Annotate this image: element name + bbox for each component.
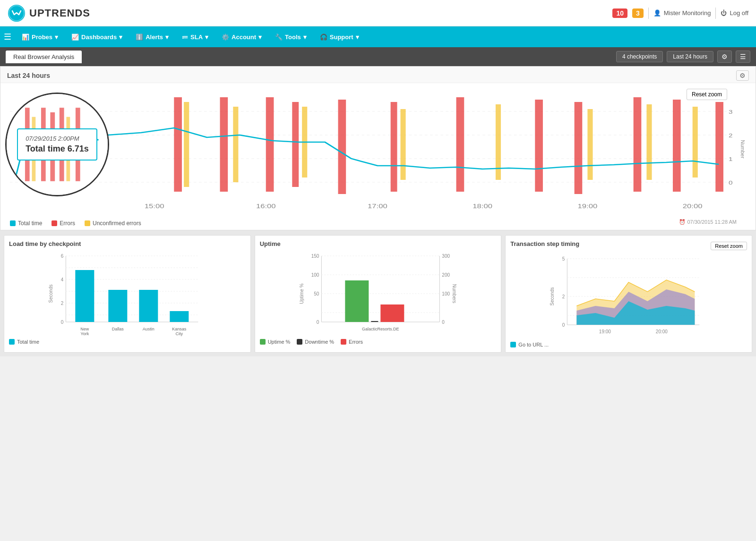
svg-text:1: 1 <box>729 156 733 162</box>
header-user: 👤 Mister Monitoring <box>653 9 711 17</box>
legend-label-errors: Errors <box>60 220 75 227</box>
checkpoints-button[interactable]: 4 checkpoints <box>616 51 663 62</box>
svg-text:200: 200 <box>442 272 450 278</box>
svg-text:5: 5 <box>562 256 565 262</box>
svg-rect-30 <box>646 104 652 180</box>
uptime-legend-errors: Errors <box>341 339 363 345</box>
svg-text:100: 100 <box>311 272 319 278</box>
svg-text:16:00: 16:00 <box>256 203 276 209</box>
svg-rect-29 <box>634 97 642 192</box>
svg-text:20:00: 20:00 <box>683 203 703 209</box>
account-chevron-icon: ▾ <box>258 34 262 41</box>
svg-rect-33 <box>715 102 723 192</box>
page-toolbar: Real Browser Analysis 4 checkpoints Last… <box>0 47 756 66</box>
svg-text:0: 0 <box>316 320 319 325</box>
svg-text:York: York <box>80 331 89 336</box>
main-chart-legend: Total time Errors Unconfirmed errors ⏰ 0… <box>0 215 756 230</box>
nav-label-dashboards: Dashboards <box>81 34 117 41</box>
dashboards-bar-icon: 📈 <box>71 34 79 41</box>
nav-label-support: Support <box>330 34 353 41</box>
svg-text:Uptime %: Uptime % <box>299 283 304 304</box>
menu-button[interactable]: ☰ <box>736 51 750 63</box>
logoff-button[interactable]: ⏻ Log off <box>721 9 748 17</box>
uptime-legend-dot-downtime <box>297 339 302 345</box>
y-axis-label: Number <box>739 140 745 158</box>
timerange-button[interactable]: Last 24 hours <box>667 51 713 62</box>
user-icon: 👤 <box>653 9 661 17</box>
legend-label-unconfirmed: Unconfirmed errors <box>93 220 141 227</box>
user-name: Mister Monitoring <box>664 9 711 17</box>
dashboards-chevron-icon: ▾ <box>119 34 122 41</box>
uptime-legend-dot-errors <box>341 339 346 345</box>
svg-text:New: New <box>80 327 89 331</box>
legend-dot-unconfirmed <box>85 220 90 226</box>
nav-label-account: Account <box>232 34 256 41</box>
tooltip-value: Total time 6.71s <box>26 144 89 154</box>
tooltip-number: 6.71s <box>68 144 89 153</box>
alerts-bell-icon: ℹ️ <box>136 34 143 41</box>
tools-wrench-icon: 🔧 <box>275 34 283 41</box>
nav-item-dashboards[interactable]: 📈 Dashboards ▾ <box>65 26 129 47</box>
svg-rect-62 <box>139 290 158 322</box>
svg-text:19:00: 19:00 <box>599 329 611 334</box>
main-chart-area: Reset zoom Number 07/29/2015 2:00PM Tota… <box>0 83 756 215</box>
svg-rect-32 <box>693 107 698 178</box>
main-chart-container: Last 24 hours ⚙ Reset zoom Number 07/29/… <box>0 66 756 230</box>
svg-text:2: 2 <box>61 301 64 306</box>
toolbar-tabs: Real Browser Analysis <box>6 51 82 63</box>
nav-item-probes[interactable]: 📊 Probes ▾ <box>15 26 65 47</box>
transaction-chart-svg: 5 2 0 Seconds 19:00 20:00 <box>510 254 747 339</box>
svg-rect-84 <box>345 280 369 322</box>
transaction-reset-zoom-button[interactable]: Reset zoom <box>711 242 747 250</box>
logo: UPTRENDS <box>8 4 90 22</box>
main-chart-header: Last 24 hours ⚙ <box>0 67 756 83</box>
svg-text:20:00: 20:00 <box>656 329 668 334</box>
main-chart-title: Last 24 hours <box>7 72 50 79</box>
svg-text:0: 0 <box>562 322 565 328</box>
nav-item-sla[interactable]: ≔ SLA ▾ <box>175 26 215 47</box>
svg-rect-17 <box>233 107 238 182</box>
badge-red[interactable]: 10 <box>612 8 627 18</box>
svg-rect-14 <box>174 97 182 192</box>
legend-unconfirmed: Unconfirmed errors <box>85 220 141 227</box>
badge-orange[interactable]: 3 <box>632 8 644 18</box>
svg-text:Seconds: Seconds <box>550 287 555 306</box>
svg-text:150: 150 <box>311 254 319 259</box>
probes-chart-icon: 📊 <box>22 34 29 41</box>
transaction-chart-title: Transaction step timing <box>510 240 579 247</box>
svg-rect-26 <box>535 100 543 192</box>
header-divider <box>648 8 649 19</box>
uptime-chart-title: Uptime <box>260 240 497 247</box>
toolbar-actions: 4 checkpoints Last 24 hours ⚙ ☰ <box>616 51 750 63</box>
nav-item-tools[interactable]: 🔧 Tools ▾ <box>268 26 313 47</box>
uptime-legend-label-errors: Errors <box>349 339 363 345</box>
nav-hamburger-icon[interactable]: ☰ <box>4 32 11 42</box>
nav-item-account[interactable]: ⚙️ Account ▾ <box>215 26 268 47</box>
legend-total-time: Total time <box>10 220 42 227</box>
tooltip-label: Total time <box>26 144 65 153</box>
svg-text:City: City <box>176 331 183 336</box>
uptime-chart: Uptime 0 50 100 150 <box>255 235 502 353</box>
svg-text:Seconds: Seconds <box>48 285 53 303</box>
settings-button[interactable]: ⚙ <box>717 51 732 63</box>
nav-item-alerts[interactable]: ℹ️ Alerts ▾ <box>129 26 175 47</box>
main-chart-svg: 15:00 16:00 17:00 18:00 19:00 20:00 3 2 … <box>10 88 732 211</box>
uptime-chart-area: 0 50 100 150 0 100 200 300 Uptime % Numb… <box>260 251 497 336</box>
probes-chevron-icon: ▾ <box>55 34 58 41</box>
load-chart-area: 6 4 2 0 Seconds New York Dallas <box>9 251 246 336</box>
reset-zoom-button[interactable]: Reset zoom <box>687 89 727 100</box>
legend-dot-errors <box>52 220 57 226</box>
svg-text:6: 6 <box>61 254 64 259</box>
svg-rect-27 <box>575 102 583 194</box>
svg-text:Numbers: Numbers <box>452 284 457 304</box>
svg-text:100: 100 <box>442 291 450 296</box>
main-nav: ☰ 📊 Probes ▾ 📈 Dashboards ▾ ℹ️ Alerts ▾ … <box>0 26 756 47</box>
logoff-icon: ⏻ <box>721 9 727 17</box>
bottom-charts-row: Load time by checkpoint 6 4 2 0 <box>0 231 756 356</box>
tab-real-browser-analysis[interactable]: Real Browser Analysis <box>6 51 82 63</box>
svg-rect-18 <box>266 97 274 192</box>
nav-item-support[interactable]: 🎧 Support ▾ <box>313 26 366 47</box>
tools-chevron-icon: ▾ <box>303 34 307 41</box>
logo-icon <box>8 4 26 22</box>
main-chart-settings-button[interactable]: ⚙ <box>736 70 749 81</box>
